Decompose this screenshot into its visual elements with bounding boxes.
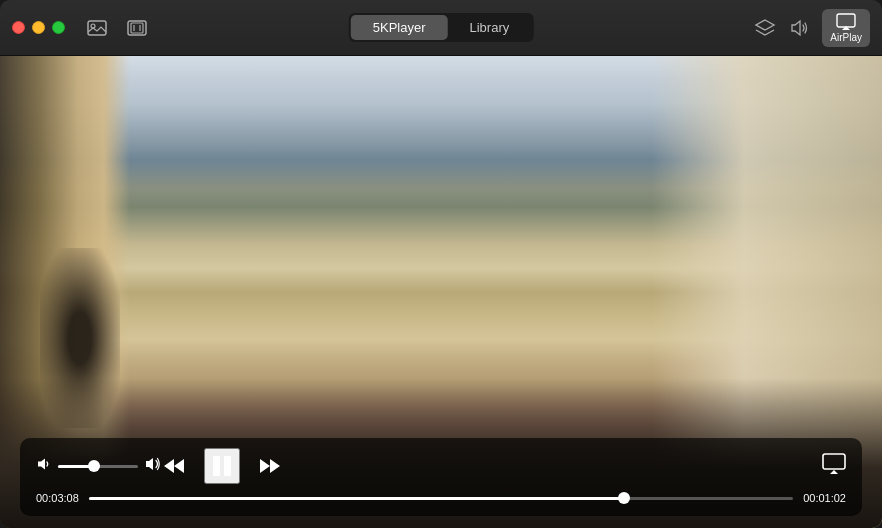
svg-rect-6 [224,456,231,476]
photo-icon-2[interactable] [121,12,153,44]
volume-thumb [88,460,100,472]
time-remaining: 00:01:02 [803,492,846,504]
svg-rect-0 [88,21,106,35]
rewind-button[interactable] [162,456,186,476]
progress-bar[interactable] [89,497,793,500]
svg-rect-4 [837,14,855,27]
close-button[interactable] [12,21,25,34]
airplay-label: AirPlay [830,32,862,43]
maximize-button[interactable] [52,21,65,34]
volume-slider[interactable] [58,465,138,468]
layers-icon[interactable] [754,18,776,38]
titlebar-left-icons [81,12,153,44]
photo-icon-1[interactable] [81,12,113,44]
tab-5kplayer[interactable]: 5KPlayer [351,15,448,40]
tab-group: 5KPlayer Library [349,13,534,42]
cast-button[interactable] [822,453,846,480]
svg-rect-5 [213,456,220,476]
progress-thumb [618,492,630,504]
volume-fill [58,465,94,468]
controls-overlay: 00:03:08 00:01:02 [20,438,862,516]
svg-rect-7 [823,454,845,469]
controls-top [36,448,846,484]
titlebar: 5KPlayer Library AirPlay [0,0,882,56]
volume-icon[interactable] [788,18,810,38]
transport-controls [162,448,282,484]
time-elapsed: 00:03:08 [36,492,79,504]
progress-fill [89,497,624,500]
airplay-button[interactable]: AirPlay [822,9,870,47]
video-container: 00:03:08 00:01:02 [0,56,882,528]
svg-rect-3 [131,23,143,33]
pause-button[interactable] [204,448,240,484]
minimize-button[interactable] [32,21,45,34]
volume-low-icon[interactable] [36,456,52,476]
volume-high-icon[interactable] [144,456,162,476]
tab-library[interactable]: Library [448,15,532,40]
titlebar-right-icons: AirPlay [754,9,870,47]
volume-section [36,456,162,476]
traffic-lights [12,21,65,34]
progress-section: 00:03:08 00:01:02 [36,492,846,504]
figure-left [40,248,120,428]
forward-button[interactable] [258,456,282,476]
